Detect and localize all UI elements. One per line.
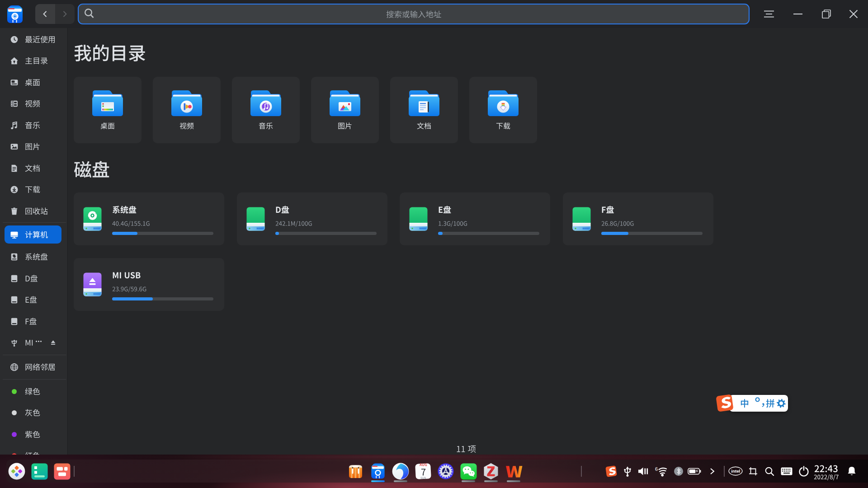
svg-text:6: 6 [655, 466, 658, 472]
svg-text:intel: intel [731, 469, 740, 474]
